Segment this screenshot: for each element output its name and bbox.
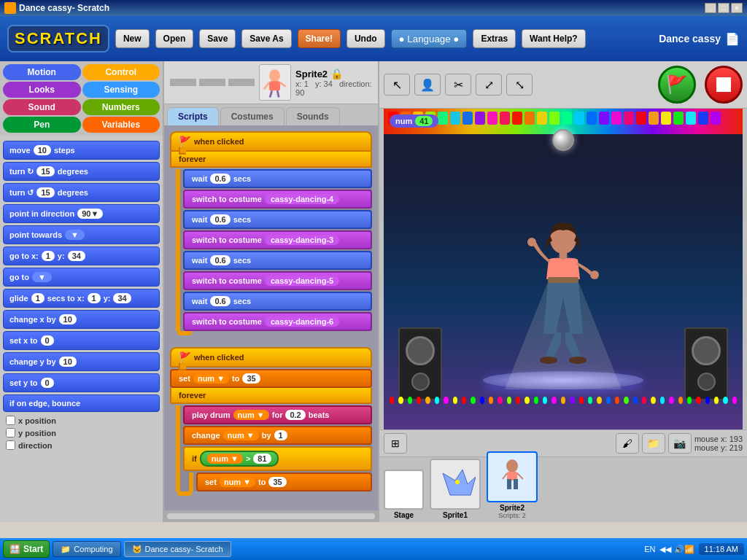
svg-line-18 bbox=[503, 473, 507, 479]
category-sensing[interactable]: Sensing bbox=[82, 82, 160, 98]
window-controls: _ □ × bbox=[705, 3, 743, 13]
start-button[interactable]: 🪟 Start bbox=[3, 540, 50, 558]
sprite-name: Sprite2 🔒 bbox=[295, 68, 372, 79]
pointer-tool[interactable]: ↖ bbox=[384, 74, 410, 96]
block-switch-costume-2[interactable]: switch to costume cassy-dancing-3 bbox=[183, 230, 372, 249]
save-button[interactable]: Save bbox=[199, 29, 236, 48]
num-variable-badge: num 41 bbox=[390, 114, 438, 128]
block-play-drum[interactable]: play drum num ▼ for 0.2 beats bbox=[183, 405, 372, 424]
share-button[interactable]: Share! bbox=[298, 29, 341, 48]
stage-paint-btn[interactable]: 🖌 bbox=[616, 433, 639, 454]
new-button[interactable]: New bbox=[115, 29, 150, 48]
scratch-taskbar-icon: 🐱 bbox=[132, 545, 142, 554]
shrink-tool[interactable]: ⤡ bbox=[506, 74, 533, 96]
block-glide[interactable]: glide 1 secs to x: 1 y: 34 bbox=[3, 289, 160, 308]
checkbox-x-input[interactable] bbox=[6, 416, 15, 425]
checkbox-direction-input[interactable] bbox=[6, 440, 15, 450]
tabs-bar: Scripts Costumes Sounds bbox=[164, 104, 378, 125]
block-bounce[interactable]: if on edge, bounce bbox=[3, 394, 160, 412]
sprite-header: Sprite2 🔒 x: 1 y: 34 direction: 90 bbox=[164, 61, 378, 104]
dancer-figure bbox=[516, 217, 611, 380]
block-turn-ccw[interactable]: turn ↺ 15 degrees bbox=[3, 183, 160, 202]
block-when-clicked-1[interactable]: 🚩 when clicked bbox=[170, 131, 372, 152]
checkbox-y-input[interactable] bbox=[6, 428, 15, 438]
category-control[interactable]: Control bbox=[82, 64, 160, 80]
block-when-clicked-2[interactable]: 🚩 when clicked bbox=[170, 347, 372, 368]
sprite1-label: Sprite1 bbox=[443, 511, 468, 519]
fullscreen-tool[interactable]: ⤢ bbox=[476, 74, 502, 96]
category-motion[interactable]: Motion bbox=[3, 64, 81, 80]
block-set-x[interactable]: set x to 0 bbox=[3, 331, 160, 350]
sprite1-item[interactable]: Sprite1 bbox=[430, 459, 481, 519]
tab-sounds[interactable]: Sounds bbox=[286, 107, 340, 125]
help-button[interactable]: Want Help? bbox=[522, 29, 586, 48]
stage-shrink-btn[interactable]: ⊞ bbox=[384, 433, 407, 454]
block-if[interactable]: if num ▼ > 81 bbox=[183, 446, 372, 471]
stage-thumbnail[interactable] bbox=[384, 470, 424, 510]
block-goto[interactable]: go to ▼ bbox=[3, 268, 160, 287]
category-numbers[interactable]: Numbers bbox=[82, 99, 160, 115]
stage-sprite-item[interactable]: Stage bbox=[384, 470, 424, 519]
extras-button[interactable]: Extras bbox=[473, 29, 516, 48]
block-switch-costume-4[interactable]: switch to costume cassy-dancing-6 bbox=[183, 312, 372, 331]
scratch-header: SCRATCH New Open Save Save As Share! Und… bbox=[0, 16, 747, 61]
block-wait-3[interactable]: wait 0.6 secs bbox=[183, 251, 372, 270]
category-pen[interactable]: Pen bbox=[3, 117, 81, 133]
undo-button[interactable]: Undo bbox=[347, 29, 385, 48]
block-move[interactable]: move 10 steps bbox=[3, 141, 160, 160]
maximize-button[interactable]: □ bbox=[718, 3, 729, 13]
taskbar-computing[interactable]: 📁 Computing bbox=[53, 541, 120, 557]
stop-button[interactable] bbox=[705, 66, 743, 104]
close-button[interactable]: × bbox=[731, 3, 743, 13]
if-body: set num ▼ to 35 bbox=[189, 472, 372, 491]
category-sound[interactable]: Sound bbox=[3, 99, 81, 115]
scripts-area: 🚩 when clicked forever wait 0.6 secs swi… bbox=[164, 125, 378, 510]
sprite2-thumbnail[interactable] bbox=[487, 451, 538, 502]
save-as-button[interactable]: Save As bbox=[241, 29, 291, 48]
checkbox-y-position[interactable]: y position bbox=[3, 427, 160, 439]
scissors-tool[interactable]: ✂ bbox=[445, 74, 471, 96]
tab-costumes[interactable]: Costumes bbox=[220, 107, 285, 125]
block-change-x[interactable]: change x by 10 bbox=[3, 310, 160, 329]
sprite2-label: Sprite2 bbox=[500, 504, 525, 512]
block-goto-xy[interactable]: go to x: 1 y: 34 bbox=[3, 246, 160, 265]
svg-point-14 bbox=[506, 459, 518, 472]
checkbox-direction[interactable]: direction bbox=[3, 439, 160, 451]
stage-folder-btn[interactable]: 📁 bbox=[642, 433, 665, 454]
taskbar-right: EN ◀◀ 🔊📶 11:18 AM bbox=[644, 543, 744, 555]
green-flag-button[interactable]: 🚩 bbox=[658, 66, 696, 104]
block-wait-1[interactable]: wait 0.6 secs bbox=[183, 169, 372, 188]
category-variables[interactable]: Variables bbox=[82, 117, 160, 133]
category-looks[interactable]: Looks bbox=[3, 82, 81, 98]
block-set-num[interactable]: set num ▼ to 35 bbox=[170, 369, 372, 388]
minimize-button[interactable]: _ bbox=[705, 3, 716, 13]
stamp-tool[interactable]: 👤 bbox=[414, 74, 441, 96]
svg-rect-16 bbox=[507, 479, 511, 489]
block-wait-4[interactable]: wait 0.6 secs bbox=[183, 292, 372, 311]
tab-scripts[interactable]: Scripts bbox=[167, 107, 219, 125]
block-switch-costume-3[interactable]: switch to costume cassy-dancing-5 bbox=[183, 271, 372, 290]
sprite1-thumbnail[interactable] bbox=[430, 459, 481, 510]
open-button[interactable]: Open bbox=[155, 29, 194, 48]
block-point-direction[interactable]: point in direction 90▼ bbox=[3, 204, 160, 223]
taskbar-scratch[interactable]: 🐱 Dance cassy- Scratch bbox=[124, 541, 231, 557]
block-set-num-35[interactable]: set num ▼ to 35 bbox=[196, 472, 372, 491]
block-set-y[interactable]: set y to 0 bbox=[3, 373, 160, 392]
scripts-scrollbar[interactable] bbox=[164, 510, 378, 522]
svg-point-11 bbox=[569, 357, 587, 364]
svg-line-5 bbox=[277, 90, 279, 97]
language-button[interactable]: ● Language ● bbox=[391, 29, 468, 48]
block-change-y[interactable]: change y by 10 bbox=[3, 352, 160, 371]
checkbox-x-position[interactable]: x position bbox=[3, 414, 160, 427]
floor-decorations bbox=[384, 397, 743, 404]
block-wait-2[interactable]: wait 0.6 secs bbox=[183, 210, 372, 229]
block-turn-cw[interactable]: turn ↻ 15 degrees bbox=[3, 162, 160, 181]
svg-point-10 bbox=[590, 271, 599, 279]
block-forever-1[interactable]: forever bbox=[170, 152, 372, 168]
block-change-num[interactable]: change num ▼ by 1 bbox=[183, 426, 372, 445]
block-forever-2[interactable]: forever bbox=[170, 388, 372, 404]
block-point-towards[interactable]: point towards ▼ bbox=[3, 225, 160, 244]
sprite2-item[interactable]: Sprite2 Scripts: 2 bbox=[487, 451, 538, 519]
block-switch-costume-1[interactable]: switch to costume cassy-dancing-4 bbox=[183, 190, 372, 209]
stage-camera-btn[interactable]: 📷 bbox=[668, 433, 692, 454]
